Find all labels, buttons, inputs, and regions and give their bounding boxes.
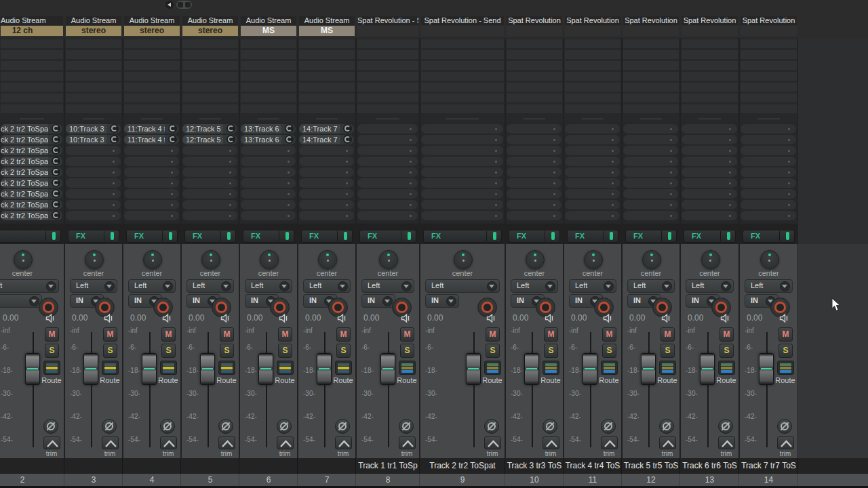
empty-send-slot[interactable]: [357, 157, 418, 166]
phase-button[interactable]: [659, 419, 674, 434]
send-slot[interactable]: ck 2 tr2 ToSpat: [1, 200, 62, 209]
empty-send-slot[interactable]: [421, 167, 503, 177]
track-number[interactable]: 6: [240, 474, 298, 486]
send-pan-knob-icon[interactable]: [285, 135, 294, 144]
io-format-value[interactable]: stereo: [124, 26, 180, 36]
phase-button[interactable]: [484, 419, 499, 434]
send-slot[interactable]: ck 2 tr2 ToSpat: [1, 211, 62, 220]
empty-send-slot[interactable]: [357, 189, 418, 199]
trim-button[interactable]: [102, 436, 119, 449]
route-button[interactable]: [777, 361, 794, 375]
empty-send-slot[interactable]: [741, 178, 796, 188]
send-slot[interactable]: 14:Track 7 tr: [299, 124, 354, 134]
empty-send-slot[interactable]: [507, 124, 561, 134]
track-number[interactable]: 8: [357, 474, 420, 486]
phase-button[interactable]: [160, 419, 175, 434]
fx-enabled-indicator[interactable]: [668, 232, 671, 240]
fader-handle[interactable]: [466, 353, 481, 385]
routing-dropdown[interactable]: Left: [70, 279, 117, 293]
volume-readout[interactable]: 0.00: [513, 313, 528, 323]
mute-button[interactable]: M: [486, 327, 500, 342]
fx-button[interactable]: FX: [0, 230, 61, 243]
solo-button[interactable]: S: [660, 344, 675, 358]
route-button[interactable]: [484, 361, 501, 375]
io-format-value[interactable]: stereo: [182, 26, 238, 36]
empty-send-slot[interactable]: [741, 189, 796, 199]
solo-button[interactable]: S: [220, 344, 234, 358]
empty-send-slot[interactable]: [182, 211, 237, 220]
phase-button[interactable]: [218, 419, 233, 434]
io-format-value[interactable]: [507, 26, 562, 36]
track-number[interactable]: 13: [681, 474, 739, 486]
send-pan-knob-icon[interactable]: [343, 135, 352, 144]
track-number[interactable]: 10: [506, 474, 564, 486]
send-pan-knob-icon[interactable]: [52, 124, 60, 133]
empty-send-slot[interactable]: [741, 135, 796, 144]
empty-send-slot[interactable]: [565, 135, 620, 144]
mute-button[interactable]: M: [602, 327, 616, 342]
empty-send-slot[interactable]: [66, 157, 121, 166]
io-format-value[interactable]: [565, 26, 620, 36]
send-pan-knob-icon[interactable]: [226, 124, 235, 133]
send-slot[interactable]: ck 2 tr2 ToSpat: [1, 189, 62, 199]
send-pan-knob-icon[interactable]: [52, 146, 60, 155]
empty-send-slot[interactable]: [299, 200, 354, 209]
empty-send-slot[interactable]: [357, 167, 418, 177]
trim-button[interactable]: [542, 436, 559, 449]
trim-button[interactable]: [484, 436, 501, 449]
trim-button[interactable]: [43, 436, 60, 449]
chevron-down-icon[interactable]: [446, 296, 456, 306]
fader-track[interactable]: [766, 332, 768, 447]
empty-send-slot[interactable]: [741, 146, 796, 155]
mute-button[interactable]: M: [103, 327, 117, 342]
chevron-down-icon[interactable]: [279, 281, 290, 291]
send-pan-knob-icon[interactable]: [52, 135, 60, 144]
chevron-down-icon[interactable]: [338, 281, 348, 291]
empty-send-slot[interactable]: [299, 157, 354, 166]
empty-send-slot[interactable]: [182, 167, 237, 177]
send-pan-knob-icon[interactable]: [52, 157, 60, 165]
pan-knob[interactable]: [260, 250, 279, 269]
empty-send-slot[interactable]: [241, 157, 296, 166]
empty-send-slot[interactable]: [565, 211, 620, 220]
empty-send-slot[interactable]: [357, 200, 418, 209]
input-dropdown[interactable]: IN: [425, 294, 459, 308]
chevron-down-icon[interactable]: [29, 296, 39, 306]
input-dropdown[interactable]: IN: [361, 294, 395, 308]
empty-send-slot[interactable]: [357, 146, 418, 155]
speaker-icon[interactable]: [720, 313, 731, 326]
io-format-value[interactable]: MS: [241, 26, 296, 36]
phase-button[interactable]: [542, 419, 557, 434]
empty-send-slot[interactable]: [182, 146, 237, 155]
trim-button[interactable]: [218, 436, 235, 449]
track-name[interactable]: [182, 458, 239, 474]
empty-send-slot[interactable]: [507, 211, 561, 220]
io-format-value[interactable]: [421, 26, 504, 36]
phase-button[interactable]: [277, 419, 292, 434]
pan-knob[interactable]: [201, 250, 220, 269]
send-pan-knob-icon[interactable]: [52, 167, 60, 176]
solo-button[interactable]: S: [778, 344, 793, 358]
track-name[interactable]: [240, 458, 298, 474]
io-format-value[interactable]: [741, 26, 797, 36]
chevron-down-icon[interactable]: [545, 281, 555, 291]
fader-handle[interactable]: [258, 353, 273, 385]
empty-send-slot[interactable]: [682, 167, 737, 177]
fader-track[interactable]: [707, 332, 709, 447]
fx-button[interactable]: FX: [301, 230, 353, 243]
track-number[interactable]: 9: [420, 474, 505, 486]
phase-button[interactable]: [777, 419, 792, 434]
mute-button[interactable]: M: [660, 327, 675, 342]
send-slot[interactable]: 13:Track 6 tr: [241, 124, 296, 134]
fx-enabled-indicator[interactable]: [610, 232, 613, 240]
chevron-down-icon[interactable]: [487, 281, 497, 291]
empty-send-slot[interactable]: [241, 178, 296, 188]
fx-enabled-indicator[interactable]: [344, 232, 347, 240]
empty-send-slot[interactable]: [357, 211, 418, 220]
fx-enabled-indicator[interactable]: [227, 232, 231, 240]
send-pan-knob-icon[interactable]: [226, 135, 235, 144]
track-name[interactable]: Track 5 tr5 ToS: [623, 458, 680, 474]
fader-handle[interactable]: [83, 353, 98, 385]
track-name[interactable]: [298, 458, 356, 474]
track-number[interactable]: 3: [65, 474, 123, 486]
